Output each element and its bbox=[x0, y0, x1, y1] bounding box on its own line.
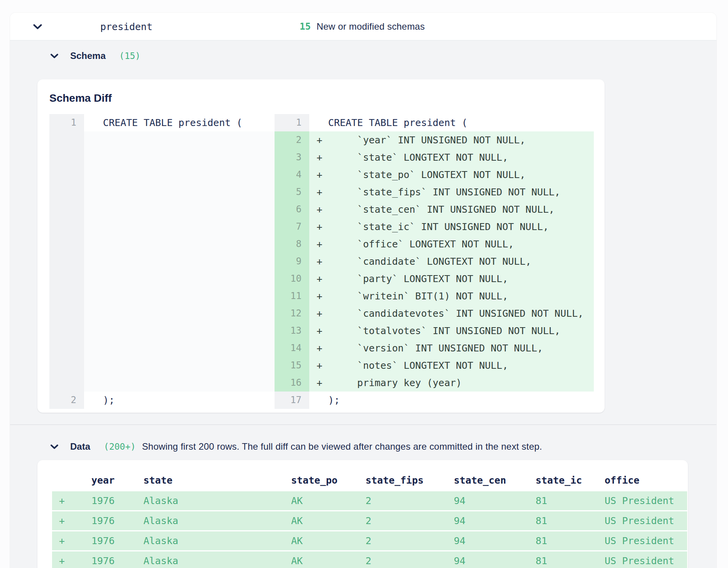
diff-row-added: 5+ `state_fips` INT UNSIGNED NOT NULL, bbox=[275, 183, 594, 201]
line-number: 5 bbox=[275, 183, 309, 201]
schema-diff-title: Schema Diff bbox=[49, 92, 605, 105]
table-cell: 2 bbox=[366, 535, 454, 546]
table-cell: US President bbox=[605, 555, 687, 566]
added-row-marker: + bbox=[52, 495, 91, 506]
line-number: 9 bbox=[275, 253, 309, 270]
data-preview-card: yearstatestate_postate_fipsstate_censtat… bbox=[37, 460, 688, 568]
line-code: + `state_po` LONGTEXT NOT NULL, bbox=[309, 166, 594, 183]
line-code: + `candidate` LONGTEXT NOT NULL, bbox=[309, 253, 594, 270]
line-code: + `state_fips` INT UNSIGNED NOT NULL, bbox=[309, 183, 594, 201]
schema-count-badge: 15 New or modified schemas bbox=[300, 21, 425, 32]
diff-row-added: 13+ `totalvotes` INT UNSIGNED NOT NULL, bbox=[275, 322, 594, 339]
table-cell: 1976 bbox=[91, 495, 143, 506]
table-cell: US President bbox=[605, 495, 687, 506]
data-section: Data (200+) Showing first 200 rows. The … bbox=[10, 425, 716, 568]
column-header-office: office bbox=[605, 475, 687, 486]
data-section-description: Showing first 200 rows. The full diff ca… bbox=[142, 441, 542, 452]
line-code: + `version` INT UNSIGNED NOT NULL, bbox=[309, 339, 594, 357]
line-code: + `state` LONGTEXT NOT NULL, bbox=[309, 149, 594, 166]
table-cell: 2 bbox=[366, 495, 454, 506]
data-table-header: yearstatestate_postate_fipsstate_censtat… bbox=[52, 469, 687, 491]
line-number: 15 bbox=[275, 357, 309, 374]
table-cell: 2 bbox=[366, 515, 454, 526]
line-number: 1 bbox=[275, 114, 309, 131]
table-cell: 94 bbox=[454, 555, 536, 566]
table-name: president bbox=[100, 21, 152, 32]
line-number: 1 bbox=[49, 114, 84, 131]
line-code: + `year` INT UNSIGNED NOT NULL, bbox=[309, 131, 594, 149]
table-cell: AK bbox=[291, 515, 366, 526]
diff-row-added: 9+ `candidate` LONGTEXT NOT NULL, bbox=[275, 253, 594, 270]
column-header-state_fips: state_fips bbox=[366, 475, 454, 486]
schema-diff-view: 1 CREATE TABLE president (2 ); 1 CREATE … bbox=[49, 114, 594, 409]
line-code: + `office` LONGTEXT NOT NULL, bbox=[309, 235, 594, 253]
diff-row: 2 ); bbox=[49, 392, 275, 409]
diff-row-added: 4+ `state_po` LONGTEXT NOT NULL, bbox=[275, 166, 594, 183]
data-section-title: Data bbox=[70, 441, 90, 452]
table-cell: 2 bbox=[366, 555, 454, 566]
line-code: ); bbox=[309, 392, 594, 409]
table-cell: 94 bbox=[454, 495, 536, 506]
schema-section: Schema (15) Schema Diff 1 CREATE TABLE p… bbox=[10, 40, 716, 413]
table-cell: 1976 bbox=[91, 535, 143, 546]
table-cell: 81 bbox=[536, 495, 605, 506]
line-code: CREATE TABLE president ( bbox=[84, 114, 275, 131]
diff-empty-region bbox=[49, 131, 275, 392]
table-cell: Alaska bbox=[143, 555, 291, 566]
diff-row-added: 7+ `state_ic` INT UNSIGNED NOT NULL, bbox=[275, 218, 594, 235]
line-code: + `writein` BIT(1) NOT NULL, bbox=[309, 287, 594, 305]
diff-row: 17 ); bbox=[275, 392, 594, 409]
table-cell: 94 bbox=[454, 535, 536, 546]
line-code: CREATE TABLE president ( bbox=[309, 114, 594, 131]
schema-count-number: 15 bbox=[300, 21, 311, 32]
line-code: ); bbox=[84, 392, 275, 409]
table-cell: 1976 bbox=[91, 555, 143, 566]
table-row-added: +1976AlaskaAK29481US President bbox=[52, 511, 687, 530]
table-cell: 81 bbox=[536, 515, 605, 526]
line-number: 7 bbox=[275, 218, 309, 235]
line-number: 8 bbox=[275, 235, 309, 253]
chevron-down-icon[interactable] bbox=[33, 24, 42, 30]
line-number: 14 bbox=[275, 339, 309, 357]
chevron-down-icon[interactable] bbox=[50, 444, 59, 449]
line-number: 16 bbox=[275, 374, 309, 392]
line-number: 2 bbox=[49, 392, 84, 409]
diff-row-added: 8+ `office` LONGTEXT NOT NULL, bbox=[275, 235, 594, 253]
added-row-marker: + bbox=[52, 515, 91, 526]
schema-section-header[interactable]: Schema (15) bbox=[50, 50, 716, 62]
chevron-down-icon[interactable] bbox=[50, 54, 59, 59]
line-number: 6 bbox=[275, 201, 309, 218]
line-number: 11 bbox=[275, 287, 309, 305]
line-number: 17 bbox=[275, 392, 309, 409]
line-number: 3 bbox=[275, 149, 309, 166]
diff-row-added: 2+ `year` INT UNSIGNED NOT NULL, bbox=[275, 131, 594, 149]
schema-section-title: Schema bbox=[70, 50, 106, 61]
table-cell: AK bbox=[291, 495, 366, 506]
diff-row-added: 14+ `version` INT UNSIGNED NOT NULL, bbox=[275, 339, 594, 357]
added-row-marker: + bbox=[52, 555, 91, 566]
data-section-count: (200+) bbox=[104, 442, 136, 452]
data-table-body: +1976AlaskaAK29481US President+1976Alask… bbox=[52, 491, 687, 568]
added-row-marker: + bbox=[52, 535, 91, 546]
table-cell: 81 bbox=[536, 555, 605, 566]
column-header-year: year bbox=[91, 475, 143, 486]
table-row-added: +1976AlaskaAK29481US President bbox=[52, 551, 687, 568]
schema-diff-card: Schema Diff 1 CREATE TABLE president (2 … bbox=[37, 79, 605, 413]
table-cell: AK bbox=[291, 535, 366, 546]
diff-row: 1 CREATE TABLE president ( bbox=[49, 114, 275, 131]
line-number: 10 bbox=[275, 270, 309, 287]
column-header-state_ic: state_ic bbox=[536, 475, 605, 486]
column-header-state_po: state_po bbox=[291, 475, 366, 486]
schema-section-count: (15) bbox=[119, 51, 140, 61]
table-cell: 1976 bbox=[91, 515, 143, 526]
line-code: + `candidatevotes` INT UNSIGNED NOT NULL… bbox=[309, 305, 594, 322]
line-code: + `notes` LONGTEXT NOT NULL, bbox=[309, 357, 594, 374]
table-cell: US President bbox=[605, 515, 687, 526]
table-accordion-header[interactable]: president 15 New or modified schemas bbox=[10, 13, 716, 40]
table-row-added: +1976AlaskaAK29481US President bbox=[52, 491, 687, 510]
diff-row-added: 6+ `state_cen` INT UNSIGNED NOT NULL, bbox=[275, 201, 594, 218]
table-cell: 94 bbox=[454, 515, 536, 526]
column-header-state_cen: state_cen bbox=[454, 475, 536, 486]
data-section-header[interactable]: Data (200+) Showing first 200 rows. The … bbox=[50, 441, 716, 452]
line-number: 2 bbox=[275, 131, 309, 149]
